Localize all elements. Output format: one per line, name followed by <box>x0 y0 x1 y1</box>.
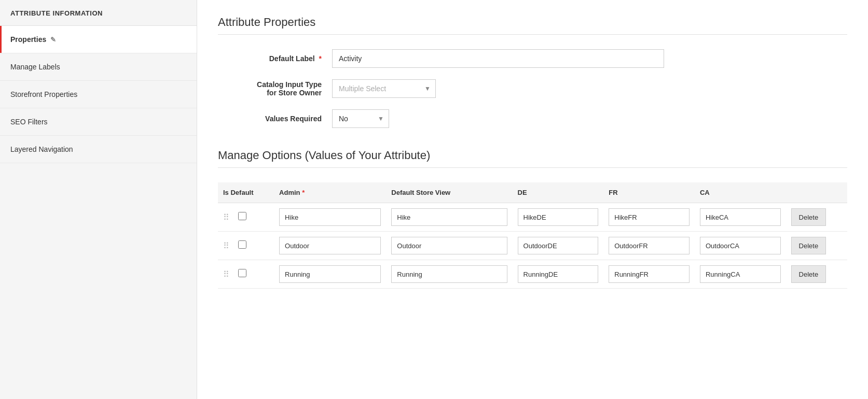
edit-icon: ✎ <box>50 36 56 44</box>
is-default-checkbox-2[interactable] <box>238 269 246 277</box>
th-ca: CA <box>695 182 786 203</box>
options-table-header-row: Is Default Admin * Default Store View DE… <box>218 182 847 203</box>
main-content: Attribute Properties Default Label * Cat… <box>197 0 868 399</box>
table-row: ⠿ Delete <box>218 260 847 289</box>
delete-button-2[interactable]: Delete <box>791 265 826 283</box>
sidebar-item-seo-filters[interactable]: SEO Filters <box>0 108 197 136</box>
default-label-label: Default Label * <box>218 54 332 63</box>
admin-cell-2 <box>274 260 386 289</box>
ca-input-1[interactable] <box>700 237 781 254</box>
de-cell-1 <box>513 232 604 260</box>
admin-input-1[interactable] <box>279 237 381 254</box>
admin-input-0[interactable] <box>279 208 381 226</box>
delete-cell-1: Delete <box>786 232 847 260</box>
sidebar-link-storefront-properties[interactable]: Storefront Properties <box>0 81 197 108</box>
drag-handle-icon[interactable]: ⠿ <box>223 213 230 222</box>
delete-button-0[interactable]: Delete <box>791 208 826 226</box>
options-table: Is Default Admin * Default Store View DE… <box>218 182 847 289</box>
values-required-row: Values Required No Yes ▼ <box>218 109 847 128</box>
default-store-cell-2 <box>386 260 512 289</box>
section-divider-1 <box>218 34 847 35</box>
delete-cell-0: Delete <box>786 203 847 232</box>
sidebar-link-layered-navigation[interactable]: Layered Navigation <box>0 136 197 163</box>
attribute-properties-section: Attribute Properties Default Label * Cat… <box>218 16 847 128</box>
de-input-1[interactable] <box>518 237 599 254</box>
fr-input-2[interactable] <box>609 265 690 283</box>
th-fr: FR <box>603 182 695 203</box>
catalog-input-type-select-wrapper: Multiple Select ▼ <box>332 79 436 98</box>
de-cell-0 <box>513 203 604 232</box>
ca-input-2[interactable] <box>700 265 781 283</box>
sidebar-label-seo-filters: SEO Filters <box>10 118 48 126</box>
sidebar-link-properties[interactable]: Properties ✎ <box>0 26 197 53</box>
fr-cell-2 <box>603 260 695 289</box>
drag-handle-icon[interactable]: ⠿ <box>223 241 230 250</box>
catalog-input-type-select[interactable]: Multiple Select <box>332 79 436 98</box>
default-store-input-1[interactable] <box>391 237 507 254</box>
is-default-checkbox-1[interactable] <box>238 240 246 249</box>
sidebar-item-layered-navigation[interactable]: Layered Navigation <box>0 136 197 163</box>
default-label-input[interactable] <box>332 49 664 68</box>
table-row: ⠿ Delete <box>218 203 847 232</box>
de-input-2[interactable] <box>518 265 599 283</box>
fr-input-1[interactable] <box>609 237 690 254</box>
th-is-default: Is Default <box>218 182 274 203</box>
sidebar-link-manage-labels[interactable]: Manage Labels <box>0 53 197 80</box>
drag-handle-icon[interactable]: ⠿ <box>223 270 230 279</box>
admin-required-star: * <box>302 189 305 196</box>
fr-input-0[interactable] <box>609 208 690 226</box>
th-action <box>786 182 847 203</box>
sidebar: ATTRIBUTE INFORMATION Properties ✎ Manag… <box>0 0 197 399</box>
sidebar-label-storefront-properties: Storefront Properties <box>10 90 77 98</box>
sidebar-header: ATTRIBUTE INFORMATION <box>0 0 197 26</box>
sidebar-item-storefront-properties[interactable]: Storefront Properties <box>0 81 197 108</box>
default-store-cell-1 <box>386 232 512 260</box>
attribute-properties-title: Attribute Properties <box>218 16 847 29</box>
is-default-checkbox-cell <box>238 242 246 250</box>
is-default-checkbox-cell <box>238 270 246 279</box>
fr-cell-0 <box>603 203 695 232</box>
delete-button-1[interactable]: Delete <box>791 237 826 254</box>
default-label-row: Default Label * <box>218 49 847 68</box>
fr-cell-1 <box>603 232 695 260</box>
table-row: ⠿ Delete <box>218 232 847 260</box>
sidebar-nav: Properties ✎ Manage Labels Storefront Pr… <box>0 26 197 163</box>
default-store-cell-0 <box>386 203 512 232</box>
is-default-checkbox-cell <box>238 213 246 222</box>
admin-input-2[interactable] <box>279 265 381 283</box>
ca-cell-0 <box>695 203 786 232</box>
manage-options-title: Manage Options (Values of Your Attribute… <box>218 149 847 162</box>
drag-handle-cell: ⠿ <box>218 232 274 260</box>
default-store-input-2[interactable] <box>391 265 507 283</box>
values-required-select-wrapper: No Yes ▼ <box>332 109 389 128</box>
catalog-input-type-row: Catalog Input Typefor Store Owner Multip… <box>218 79 847 98</box>
ca-input-0[interactable] <box>700 208 781 226</box>
default-store-input-0[interactable] <box>391 208 507 226</box>
sidebar-item-properties[interactable]: Properties ✎ <box>0 26 197 53</box>
manage-options-section: Manage Options (Values of Your Attribute… <box>218 149 847 289</box>
th-admin: Admin * <box>274 182 386 203</box>
sidebar-label-manage-labels: Manage Labels <box>10 63 60 71</box>
sidebar-link-seo-filters[interactable]: SEO Filters <box>0 108 197 135</box>
section-divider-2 <box>218 167 847 168</box>
ca-cell-2 <box>695 260 786 289</box>
admin-cell-1 <box>274 232 386 260</box>
admin-cell-0 <box>274 203 386 232</box>
required-star: * <box>319 54 322 63</box>
catalog-input-type-label: Catalog Input Typefor Store Owner <box>218 80 332 97</box>
sidebar-label-layered-navigation: Layered Navigation <box>10 145 73 153</box>
values-required-label: Values Required <box>218 115 332 123</box>
sidebar-item-manage-labels[interactable]: Manage Labels <box>0 53 197 81</box>
th-de: DE <box>513 182 604 203</box>
values-required-select[interactable]: No Yes <box>332 109 389 128</box>
de-cell-2 <box>513 260 604 289</box>
ca-cell-1 <box>695 232 786 260</box>
delete-cell-2: Delete <box>786 260 847 289</box>
is-default-checkbox-0[interactable] <box>238 212 246 220</box>
drag-handle-cell: ⠿ <box>218 260 274 289</box>
drag-handle-cell: ⠿ <box>218 203 274 232</box>
sidebar-label-properties: Properties <box>10 35 46 44</box>
de-input-0[interactable] <box>518 208 599 226</box>
th-default-store-view: Default Store View <box>386 182 512 203</box>
